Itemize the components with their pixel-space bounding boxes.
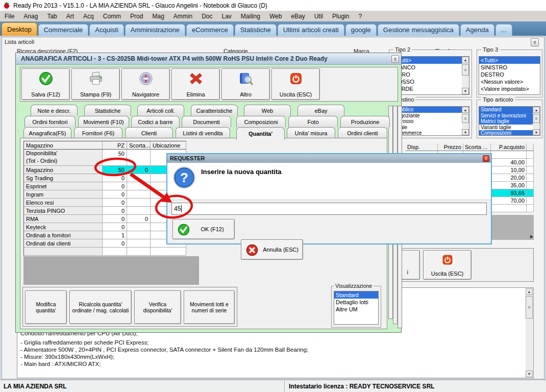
list-item[interactable]: Altre UM bbox=[334, 306, 378, 313]
modifica-quantita-button[interactable]: Modifica quantita' bbox=[25, 290, 67, 324]
scroll-thumb[interactable]: ≡ bbox=[462, 114, 469, 123]
navigator-button[interactable]: Navigatore bbox=[121, 68, 170, 100]
other-button[interactable]: Altro bbox=[221, 68, 270, 100]
qty-row-magazzino-selected[interactable]: Magazzino 50 0 bbox=[24, 166, 186, 174]
tab-note-descr[interactable]: Note e descr. bbox=[31, 105, 78, 116]
scroll-down-icon[interactable]: ▼ bbox=[533, 129, 540, 135]
tab-ultimi-articoli[interactable]: Ultimi articoli creati bbox=[278, 24, 344, 36]
ok-button[interactable]: OK (F12) bbox=[172, 219, 235, 239]
qty-row[interactable]: Terzista PINGO0 bbox=[24, 207, 186, 215]
list-item[interactable]: BIANCO bbox=[392, 64, 462, 71]
destino-scrollbar[interactable]: ▲ ≡ ▼ bbox=[462, 107, 469, 135]
tab-listini-vendita[interactable]: Listini di vendita bbox=[176, 127, 230, 138]
tab-caratteristiche[interactable]: Caratteristiche bbox=[191, 105, 238, 116]
tab-composizioni[interactable]: Composizioni bbox=[236, 116, 286, 127]
tab-gestione-messaggistica[interactable]: Gestione messaggistica bbox=[378, 24, 459, 36]
col-pacquisto[interactable]: P.acquisto bbox=[491, 143, 527, 151]
scroll-thumb[interactable]: ≡ bbox=[526, 296, 533, 318]
tab-codici-barre[interactable]: Codici a barre bbox=[131, 116, 180, 127]
list-item[interactable]: Ingrosso bbox=[392, 118, 462, 125]
lista-close-icon[interactable]: x bbox=[531, 38, 539, 46]
qty-row[interactable]: Ingram0 bbox=[24, 190, 186, 199]
col-scorta[interactable]: Scorta ... bbox=[463, 143, 491, 151]
list-item[interactable]: Pubblico bbox=[392, 107, 462, 113]
tab-overflow[interactable]: ... bbox=[495, 24, 512, 36]
qty-row[interactable]: Keyteck0 bbox=[24, 223, 186, 231]
save-button[interactable]: Salva (F12) bbox=[21, 68, 70, 100]
visualizzazione-listbox[interactable]: Standard Dettaglio lotti Altre UM bbox=[334, 291, 379, 325]
list-item[interactable]: DESTRO bbox=[479, 71, 540, 78]
tab-clienti[interactable]: Clienti bbox=[125, 127, 173, 138]
qty-row[interactable]: Elenco resi0 bbox=[24, 199, 186, 207]
list-item[interactable]: <Tutti> bbox=[479, 57, 540, 64]
list-item[interactable]: eCommerce bbox=[392, 130, 462, 136]
movimenti-lotti-button[interactable]: Movimenti lotti e numeri di serie bbox=[184, 290, 235, 324]
verifica-disponibilita-button[interactable]: Verifica disponibilita' bbox=[134, 290, 181, 324]
dialog-title-bar[interactable]: REQUESTER bbox=[167, 154, 491, 163]
lista-exit-button[interactable]: Uscita (ESC) bbox=[423, 250, 471, 280]
list-item[interactable]: Filiale bbox=[392, 125, 462, 131]
list-item[interactable]: Standard bbox=[479, 107, 533, 113]
tab-ordini-clienti[interactable]: Ordini clienti bbox=[338, 127, 387, 138]
menu-help[interactable]: ? bbox=[354, 12, 366, 21]
tab-documenti[interactable]: Documenti bbox=[182, 116, 231, 127]
col-scorta[interactable]: Scorta... bbox=[127, 141, 151, 150]
tab-unita-misura[interactable]: Unita' misura bbox=[287, 127, 335, 138]
qty-row[interactable]: Ordinati a fornitori1 bbox=[24, 231, 186, 239]
scroll-up-icon[interactable]: ▲ bbox=[533, 107, 540, 113]
scroll-down-icon[interactable]: ▼ bbox=[462, 88, 469, 94]
tab-anagrafica[interactable]: Anagrafica(F5) bbox=[23, 127, 71, 138]
list-item[interactable]: NERO bbox=[392, 71, 462, 78]
tab-foto[interactable]: Foto bbox=[288, 116, 338, 127]
list-item[interactable]: VERDE bbox=[392, 85, 462, 92]
scroll-up-icon[interactable]: ▲ bbox=[462, 107, 469, 113]
col-pz[interactable]: PZ bbox=[103, 141, 127, 150]
window-close-icon[interactable]: x bbox=[391, 55, 399, 63]
menu-mailing[interactable]: Mailing bbox=[236, 12, 265, 21]
scroll-up-icon[interactable]: ▲ bbox=[462, 57, 469, 63]
tab-statistiche-art[interactable]: Statistiche bbox=[84, 105, 131, 116]
tab-ebay-art[interactable]: eBay bbox=[297, 105, 344, 116]
qty-row[interactable]: Ordinati dai clienti0 bbox=[24, 239, 186, 248]
tab-web[interactable]: Web bbox=[244, 105, 291, 116]
list-item[interactable]: ROSSO bbox=[392, 78, 462, 85]
list-item[interactable]: <Nessun valore> bbox=[479, 78, 540, 85]
destino-listbox[interactable]: Pubblico Negoziante Ingrosso Filiale eCo… bbox=[392, 106, 469, 136]
list-item[interactable]: Standard bbox=[334, 291, 378, 299]
ricalcola-quantita-button[interactable]: Ricalcola quantita' ordinate / mag. calc… bbox=[69, 290, 132, 324]
list-item[interactable]: Varianti taglie bbox=[479, 125, 533, 131]
list-item[interactable]: Dettaglio lotti bbox=[334, 299, 378, 306]
tipo3-listbox[interactable]: <Tutti> SINISTRO DESTRO <Nessun valore> … bbox=[479, 56, 540, 95]
list-item[interactable]: Composizioni bbox=[479, 130, 533, 136]
window-exit-button[interactable]: Uscita (ESC) bbox=[271, 68, 320, 100]
description-scrollbar[interactable]: ▲ ≡ ▼ bbox=[526, 288, 533, 377]
qty-row[interactable]: Esprinet0 bbox=[24, 182, 186, 190]
menu-prod[interactable]: Prod bbox=[126, 12, 147, 21]
delete-button[interactable]: Elimina bbox=[171, 68, 220, 100]
tab-ecommerce[interactable]: eCommerce bbox=[186, 24, 234, 36]
menu-util[interactable]: Util bbox=[310, 12, 328, 21]
list-item[interactable]: <Tutti> bbox=[392, 57, 462, 64]
qty-row[interactable]: RMA00 bbox=[24, 215, 186, 223]
tab-desktop[interactable]: Desktop bbox=[2, 22, 37, 36]
scroll-up-icon[interactable]: ▲ bbox=[526, 288, 533, 295]
print-button[interactable]: Stampa (F9) bbox=[71, 68, 120, 100]
menu-anag[interactable]: Anag bbox=[19, 12, 42, 21]
col-disp[interactable]: Disp. bbox=[406, 143, 438, 151]
tab-acquisti[interactable]: Acquisti bbox=[89, 24, 124, 36]
menu-tab[interactable]: Tab bbox=[42, 12, 61, 21]
tipo2-scrollbar[interactable]: ▲ ≡ ▼ bbox=[462, 57, 469, 94]
tab-quantita[interactable]: Quantita' bbox=[236, 127, 285, 140]
menu-acq[interactable]: Acq bbox=[79, 12, 98, 21]
scroll-down-icon[interactable]: ▼ bbox=[462, 129, 469, 135]
col-prezzo[interactable]: Prezzo bbox=[438, 143, 463, 151]
tab-articoli-coll[interactable]: Articoli coll. bbox=[137, 105, 184, 116]
scroll-thumb[interactable]: ≡ bbox=[533, 114, 540, 123]
tab-movimenti[interactable]: Movimenti (F10) bbox=[78, 116, 129, 127]
list-item[interactable]: Servizi e lavorazioni bbox=[479, 113, 533, 119]
scroll-thumb[interactable]: ≡ bbox=[462, 64, 469, 76]
qty-row-disponibilita[interactable]: Disponibilita' (Tot - Ordini) 50 bbox=[24, 150, 186, 166]
menu-plugin[interactable]: Plugin bbox=[328, 12, 354, 21]
tab-commerciale[interactable]: Commerciale bbox=[38, 24, 89, 36]
menu-doc[interactable]: Doc bbox=[197, 12, 217, 21]
